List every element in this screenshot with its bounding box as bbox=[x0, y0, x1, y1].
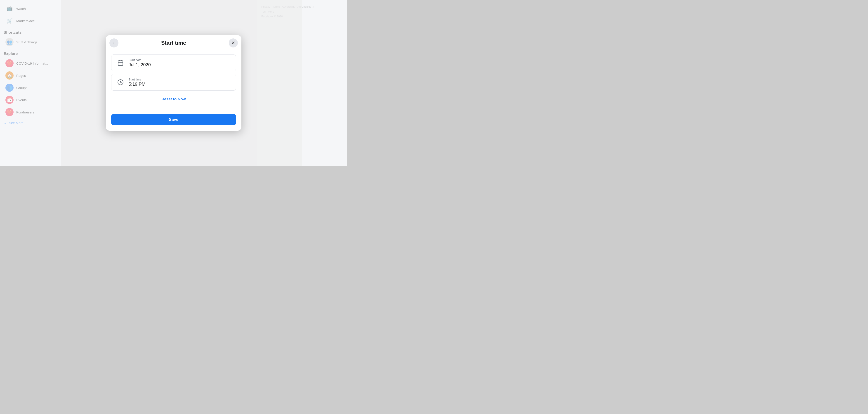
start-time-value: 5:19 PM bbox=[129, 82, 145, 87]
start-date-label: Start date bbox=[129, 58, 151, 62]
modal-body: Start date Jul 1, 2020 Start time 5:19 P… bbox=[106, 51, 241, 110]
start-time-field[interactable]: Start time 5:19 PM bbox=[111, 74, 236, 91]
start-date-value: Jul 1, 2020 bbox=[129, 62, 151, 67]
back-button[interactable]: ← bbox=[110, 38, 119, 47]
svg-rect-0 bbox=[118, 61, 123, 65]
clock-svg bbox=[117, 79, 124, 86]
calendar-svg bbox=[117, 60, 124, 66]
start-time-content: Start time 5:19 PM bbox=[129, 78, 145, 87]
modal-header: ← Start time ✕ bbox=[106, 35, 241, 51]
back-icon: ← bbox=[112, 40, 116, 45]
close-icon: ✕ bbox=[231, 40, 235, 46]
reset-to-now-button[interactable]: Reset to Now bbox=[111, 93, 236, 105]
reset-label: Reset to Now bbox=[161, 97, 186, 101]
start-date-content: Start date Jul 1, 2020 bbox=[129, 58, 151, 67]
clock-icon bbox=[116, 78, 125, 87]
modal-title: Start time bbox=[161, 40, 186, 46]
start-date-field[interactable]: Start date Jul 1, 2020 bbox=[111, 55, 236, 71]
close-button[interactable]: ✕ bbox=[229, 38, 238, 47]
start-time-modal: ← Start time ✕ Start da bbox=[106, 35, 241, 131]
modal-footer: Save bbox=[106, 110, 241, 131]
save-label: Save bbox=[169, 117, 178, 122]
start-time-label: Start time bbox=[129, 78, 145, 81]
save-button[interactable]: Save bbox=[111, 114, 236, 125]
calendar-icon bbox=[116, 58, 125, 67]
modal-overlay: ← Start time ✕ Start da bbox=[0, 0, 347, 166]
